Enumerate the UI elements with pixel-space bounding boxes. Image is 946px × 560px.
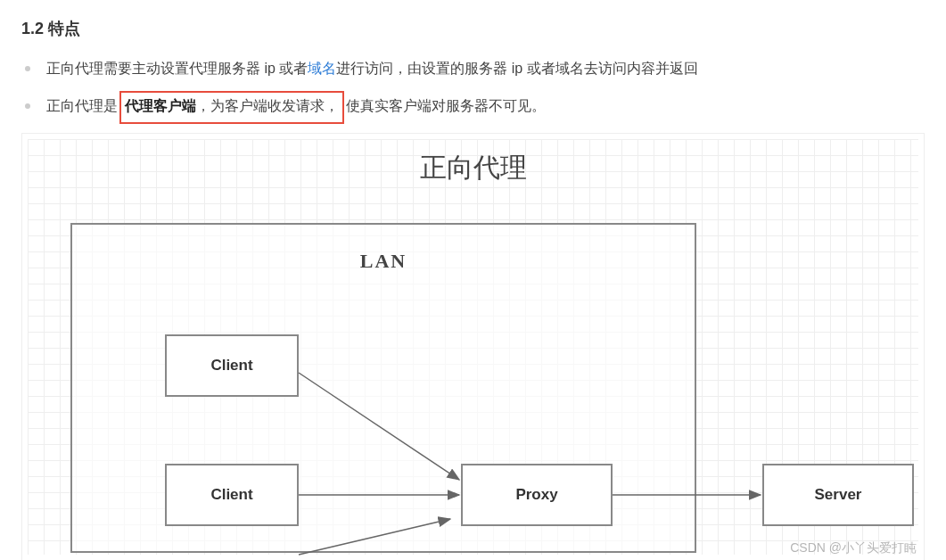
watermark-prefix: CSDN @ bbox=[790, 540, 842, 555]
list-item: 正向代理是代理客户端，为客户端收发请求，使真实客户端对服务器不可见。 bbox=[25, 93, 925, 121]
watermark: CSDN @小丫头爱打盹 bbox=[790, 540, 917, 556]
lan-label: LAN bbox=[360, 250, 407, 273]
highlight-box: 代理客户端，为客户端收发请求， bbox=[119, 91, 344, 123]
text: ，为客户端收发请求， bbox=[196, 98, 339, 113]
watermark-author: 小丫头爱打盹 bbox=[842, 540, 917, 555]
server-node: Server bbox=[762, 464, 914, 526]
diagram-container: 正向代理 LAN Client Client Proxy Server CSDN… bbox=[21, 133, 925, 560]
domain-link[interactable]: 域名 bbox=[308, 61, 336, 76]
proxy-node: Proxy bbox=[461, 464, 613, 526]
client-node: Client bbox=[165, 464, 299, 526]
client-node: Client bbox=[165, 334, 299, 397]
section-title: 1.2 特点 bbox=[21, 18, 925, 39]
bold-text: 代理客户端 bbox=[125, 98, 196, 113]
text: 使真实客户端对服务器不可见。 bbox=[346, 98, 546, 113]
text: 进行访问，由设置的服务器 ip 或者域名去访问内容并返回 bbox=[336, 61, 697, 76]
text: 正向代理需要主动设置代理服务器 ip 或者 bbox=[46, 61, 308, 76]
feature-list: 正向代理需要主动设置代理服务器 ip 或者域名进行访问，由设置的服务器 ip 或… bbox=[25, 55, 925, 122]
list-item: 正向代理需要主动设置代理服务器 ip 或者域名进行访问，由设置的服务器 ip 或… bbox=[25, 55, 925, 82]
text: 正向代理是 bbox=[46, 98, 118, 113]
diagram-title: 正向代理 bbox=[420, 150, 527, 186]
